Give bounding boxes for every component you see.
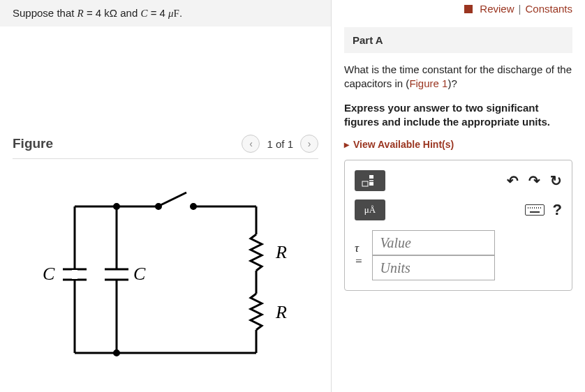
svg-point-18: [114, 351, 119, 356]
flag-icon: [464, 5, 473, 13]
svg-rect-20: [369, 175, 373, 179]
text: Suppose that: [13, 7, 77, 19]
label-R-top: R: [275, 242, 287, 262]
constants-link[interactable]: Constants: [525, 3, 572, 15]
keyboard-icon[interactable]: [525, 204, 545, 216]
caret-right-icon: ▸: [344, 139, 349, 150]
instructions: Express your answer to two significant f…: [344, 101, 572, 130]
review-link[interactable]: Review: [480, 3, 514, 15]
view-hints[interactable]: ▸ View Available Hint(s): [344, 139, 572, 150]
question-text: What is the time constant for the discha…: [344, 63, 572, 91]
sep: |: [519, 3, 521, 15]
figure-title: Figure: [13, 136, 53, 151]
equals: =: [355, 255, 362, 269]
prev-button[interactable]: ‹: [242, 135, 260, 153]
label-C-left: C: [43, 264, 55, 284]
figure-pager: ‹ 1 of 1 ›: [242, 135, 318, 153]
page-count: 1 of 1: [267, 138, 293, 150]
template-button[interactable]: [355, 170, 385, 191]
unit-F: F: [174, 8, 179, 19]
right-panel: Review | Constants Part A What is the ti…: [332, 0, 585, 392]
reset-icon[interactable]: ↻: [550, 172, 562, 189]
circuit-svg: C C R R: [26, 179, 305, 360]
undo-icon[interactable]: ↶: [507, 172, 519, 189]
text: What is the time constant for the discha…: [344, 63, 572, 89]
next-button[interactable]: ›: [300, 135, 318, 153]
answer-inputs: τ =: [355, 230, 562, 280]
tau-label: τ =: [355, 242, 362, 268]
answer-toolbar: ↶ ↷ ↻: [355, 170, 562, 191]
figure-header: Figure ‹ 1 of 1 ›: [0, 135, 331, 153]
units-mu-button[interactable]: μÅ: [355, 199, 385, 220]
text: .: [179, 7, 182, 19]
tau-symbol: τ: [355, 242, 362, 255]
svg-point-17: [114, 204, 119, 209]
var-R: R: [77, 8, 84, 19]
problem-statement: Suppose that R = 4 kΩ and C = 4 μF.: [0, 0, 331, 27]
label-R-bot: R: [275, 302, 287, 322]
svg-rect-22: [369, 182, 373, 186]
text: = 4: [147, 7, 168, 19]
text: and: [117, 7, 140, 19]
value-input[interactable]: [372, 230, 495, 255]
divider: [13, 158, 318, 159]
figure-link[interactable]: Figure 1: [409, 77, 447, 89]
svg-rect-19: [362, 181, 368, 186]
top-links: Review | Constants: [344, 0, 572, 27]
var-C: C: [140, 8, 147, 19]
text: )?: [447, 77, 457, 89]
mu: μ: [168, 8, 174, 19]
svg-line-4: [159, 193, 186, 206]
redo-icon[interactable]: ↷: [528, 172, 540, 189]
help-icon[interactable]: ?: [553, 201, 562, 219]
circuit-diagram: C C R R: [0, 179, 331, 360]
answer-box: ↶ ↷ ↻ μÅ ? τ =: [344, 160, 572, 291]
svg-rect-16: [72, 270, 77, 279]
left-panel: Suppose that R = 4 kΩ and C = 4 μF. Figu…: [0, 0, 332, 392]
hints-label: View Available Hint(s): [353, 139, 454, 150]
text: = 4 kΩ: [84, 7, 117, 19]
label-C-mid: C: [133, 264, 146, 284]
part-a-heading: Part A: [344, 27, 572, 53]
units-input[interactable]: [372, 255, 495, 280]
